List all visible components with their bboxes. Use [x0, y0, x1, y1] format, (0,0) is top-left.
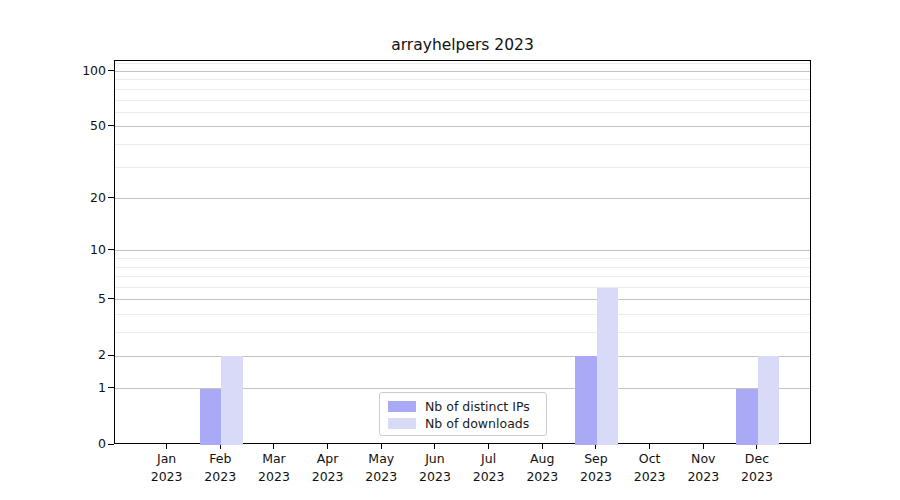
- legend-swatch-downloads: [388, 418, 416, 429]
- x-tick-mark: [273, 444, 274, 449]
- x-tick-mark: [488, 444, 489, 449]
- gridline-major: [115, 71, 810, 72]
- gridline-minor: [115, 100, 810, 101]
- gridline-minor: [115, 79, 810, 80]
- x-tick-mark: [649, 444, 650, 449]
- y-tick-mark: [108, 197, 114, 198]
- legend: Nb of distinct IPs Nb of downloads: [379, 392, 547, 436]
- y-tick-mark: [108, 298, 114, 299]
- gridline-minor: [115, 314, 810, 315]
- chart-figure: arrayhelpers 2023 Nb of distinct IPs Nb …: [0, 0, 900, 500]
- y-tick-label: 50: [14, 118, 106, 134]
- bar-nb-of-downloads-feb: [221, 356, 243, 445]
- y-tick-mark: [108, 70, 114, 71]
- bar-nb-of-downloads-dec: [758, 356, 780, 445]
- y-tick-label: 2: [14, 347, 106, 363]
- bar-nb-of-distinct-ips-dec: [736, 389, 758, 445]
- y-tick-label: 20: [14, 190, 106, 206]
- gridline-minor: [115, 258, 810, 259]
- legend-label-distinct-ips: Nb of distinct IPs: [425, 399, 530, 414]
- y-tick-mark: [108, 249, 114, 250]
- legend-swatch-distinct-ips: [388, 401, 416, 412]
- legend-item-distinct-ips: Nb of distinct IPs: [388, 398, 540, 415]
- y-tick-mark: [108, 355, 114, 356]
- y-tick-mark: [108, 444, 114, 445]
- y-tick-mark: [108, 125, 114, 126]
- bar-nb-of-distinct-ips-feb: [200, 389, 222, 445]
- y-tick-mark: [108, 387, 114, 388]
- gridline-minor: [115, 332, 810, 333]
- y-tick-label: 1: [14, 380, 106, 396]
- y-tick-label: 100: [14, 63, 106, 79]
- x-tick-mark: [166, 444, 167, 449]
- gridline-minor: [115, 287, 810, 288]
- gridline-minor: [115, 167, 810, 168]
- gridline-minor: [115, 276, 810, 277]
- plot-area: [114, 60, 811, 444]
- gridline-minor: [115, 112, 810, 113]
- chart-title: arrayhelpers 2023: [114, 36, 811, 54]
- x-tick-mark: [381, 444, 382, 449]
- y-tick-label: 5: [14, 291, 106, 307]
- gridline-minor: [115, 89, 810, 90]
- gridline-major: [115, 126, 810, 127]
- gridline-minor: [115, 63, 810, 64]
- x-tick-mark: [703, 444, 704, 449]
- gridline-minor: [115, 144, 810, 145]
- x-tick-mark: [327, 444, 328, 449]
- bar-nb-of-distinct-ips-sep: [575, 356, 597, 445]
- gridline-major: [115, 250, 810, 251]
- y-tick-label: 0: [14, 436, 106, 452]
- legend-label-downloads: Nb of downloads: [425, 416, 529, 431]
- y-tick-label: 10: [14, 242, 106, 258]
- legend-item-downloads: Nb of downloads: [388, 415, 540, 432]
- bar-nb-of-downloads-sep: [597, 288, 619, 445]
- x-tick-mark: [542, 444, 543, 449]
- gridline-major: [115, 356, 810, 357]
- x-tick-mark: [434, 444, 435, 449]
- gridline-major: [115, 299, 810, 300]
- x-tick-label: Dec2023: [725, 450, 789, 486]
- gridline-minor: [115, 267, 810, 268]
- gridline-major: [115, 198, 810, 199]
